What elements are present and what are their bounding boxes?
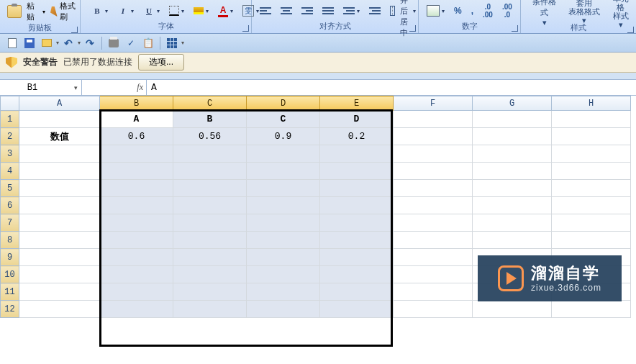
- cell-E10[interactable]: [320, 266, 394, 283]
- save-button[interactable]: [22, 35, 37, 51]
- cell-F3[interactable]: [394, 145, 473, 163]
- cell-D8[interactable]: [247, 232, 320, 249]
- comma-button[interactable]: ,: [468, 3, 477, 19]
- merge-button[interactable]: 合并后居中: [386, 3, 419, 19]
- cell-H4[interactable]: [552, 163, 631, 180]
- cell-C12[interactable]: [173, 301, 247, 318]
- paste-button[interactable]: [4, 5, 24, 18]
- redo-button[interactable]: [82, 35, 98, 51]
- col-header-E[interactable]: E: [320, 96, 394, 111]
- cell-F9[interactable]: [394, 249, 473, 266]
- cell-H2[interactable]: [552, 128, 631, 145]
- align-mid-button[interactable]: [277, 3, 296, 19]
- cell-F10[interactable]: [394, 266, 473, 283]
- cell-E3[interactable]: [320, 145, 394, 163]
- cell-D9[interactable]: [247, 249, 320, 266]
- cell-A4[interactable]: [19, 163, 100, 180]
- cell-B8[interactable]: [100, 232, 173, 249]
- cell-E9[interactable]: [320, 249, 394, 266]
- cell-B1[interactable]: A: [100, 111, 173, 128]
- new-button[interactable]: [4, 35, 20, 51]
- cell-A12[interactable]: [19, 301, 100, 318]
- cell-C6[interactable]: [173, 197, 247, 214]
- cell-B3[interactable]: [100, 145, 173, 163]
- row-header-12[interactable]: 12: [1, 301, 19, 318]
- cell-E5[interactable]: [320, 180, 394, 197]
- col-header-A[interactable]: A: [19, 96, 100, 111]
- row-header-3[interactable]: 3: [1, 145, 19, 163]
- row-header-5[interactable]: 5: [1, 180, 19, 197]
- col-header-D[interactable]: D: [247, 96, 320, 111]
- cell-F4[interactable]: [394, 163, 473, 180]
- cell-G3[interactable]: [473, 145, 552, 163]
- cell-C10[interactable]: [173, 266, 247, 283]
- cell-B12[interactable]: [100, 301, 173, 318]
- cell-F1[interactable]: [394, 111, 473, 128]
- cell-C8[interactable]: [173, 232, 247, 249]
- percent-button[interactable]: %: [450, 3, 465, 19]
- cell-C3[interactable]: [173, 145, 247, 163]
- cell-A3[interactable]: [19, 145, 100, 163]
- cell-B2[interactable]: 0.6: [100, 128, 173, 145]
- tool1-button[interactable]: ✓: [123, 35, 139, 51]
- cell-E1[interactable]: D: [320, 111, 394, 128]
- row-header-10[interactable]: 10: [1, 266, 19, 283]
- cell-C5[interactable]: [173, 180, 247, 197]
- cell-C7[interactable]: [173, 214, 247, 232]
- cell-D5[interactable]: [247, 180, 320, 197]
- cell-G2[interactable]: [473, 128, 552, 145]
- cell-F5[interactable]: [394, 180, 473, 197]
- fill-color-button[interactable]: [190, 3, 212, 19]
- cell-B10[interactable]: [100, 266, 173, 283]
- cell-D3[interactable]: [247, 145, 320, 163]
- indent-dec-button[interactable]: [340, 3, 363, 19]
- open-button[interactable]: [39, 35, 55, 51]
- cell-E2[interactable]: 0.2: [320, 128, 394, 145]
- decrease-decimal-button[interactable]: .00.0: [499, 3, 516, 19]
- font-color-button[interactable]: A: [214, 3, 237, 19]
- row-header-8[interactable]: 8: [1, 232, 19, 249]
- cell-H6[interactable]: [552, 197, 631, 214]
- col-header-F[interactable]: F: [394, 96, 473, 111]
- cell-H7[interactable]: [552, 214, 631, 232]
- italic-button[interactable]: I: [114, 3, 137, 19]
- cell-B5[interactable]: [100, 180, 173, 197]
- cell-E11[interactable]: [320, 283, 394, 301]
- cell-H8[interactable]: [552, 232, 631, 249]
- align-top-button[interactable]: [256, 3, 275, 19]
- cell-H12[interactable]: [552, 301, 631, 318]
- align-right-button[interactable]: [298, 3, 317, 19]
- row-header-6[interactable]: 6: [1, 197, 19, 214]
- cell-A11[interactable]: [19, 283, 100, 301]
- cell-B7[interactable]: [100, 214, 173, 232]
- print-button[interactable]: [106, 35, 122, 51]
- undo-button[interactable]: [60, 35, 76, 51]
- cell-G5[interactable]: [473, 180, 552, 197]
- row-header-9[interactable]: 9: [1, 249, 19, 266]
- underline-button[interactable]: U: [140, 3, 163, 19]
- cell-E8[interactable]: [320, 232, 394, 249]
- name-box[interactable]: [0, 80, 82, 95]
- cell-D10[interactable]: [247, 266, 320, 283]
- format-painter-button[interactable]: 格式刷: [60, 1, 76, 22]
- cell-A2[interactable]: 数值: [19, 128, 100, 145]
- cell-B6[interactable]: [100, 197, 173, 214]
- cell-B11[interactable]: [100, 283, 173, 301]
- name-box-input[interactable]: [0, 83, 65, 93]
- col-header-H[interactable]: H: [552, 96, 631, 111]
- cell-D1[interactable]: C: [247, 111, 320, 128]
- cell-C2[interactable]: 0.56: [173, 128, 247, 145]
- row-header-1[interactable]: 1: [1, 111, 19, 128]
- cell-A1[interactable]: [19, 111, 100, 128]
- bold-button[interactable]: B: [88, 3, 112, 19]
- cell-G1[interactable]: [473, 111, 552, 128]
- cell-B4[interactable]: [100, 163, 173, 180]
- cell-F11[interactable]: [394, 283, 473, 301]
- cell-G4[interactable]: [473, 163, 552, 180]
- cell-C9[interactable]: [173, 249, 247, 266]
- cell-A10[interactable]: [19, 266, 100, 283]
- cell-F6[interactable]: [394, 197, 473, 214]
- cell-C4[interactable]: [173, 163, 247, 180]
- cell-G12[interactable]: [473, 301, 552, 318]
- cell-A7[interactable]: [19, 214, 100, 232]
